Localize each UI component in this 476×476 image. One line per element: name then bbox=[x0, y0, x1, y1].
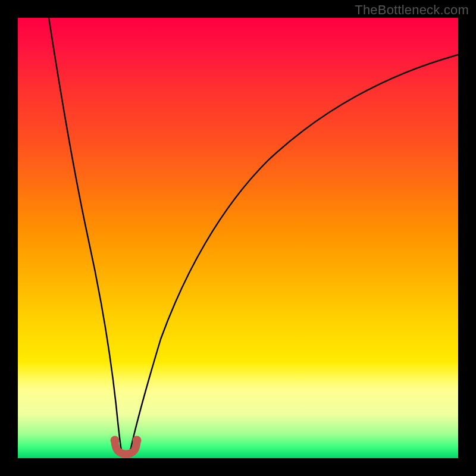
curve-left-branch bbox=[49, 18, 121, 450]
curve-layer bbox=[18, 18, 458, 458]
minimum-marker-dot-left bbox=[111, 436, 120, 445]
attribution-text: TheBottleneck.com bbox=[355, 2, 469, 18]
minimum-marker-dot-right bbox=[133, 436, 142, 445]
plot-area bbox=[18, 18, 458, 458]
chart-frame: TheBottleneck.com bbox=[0, 0, 476, 476]
curve-right-branch bbox=[130, 55, 458, 450]
